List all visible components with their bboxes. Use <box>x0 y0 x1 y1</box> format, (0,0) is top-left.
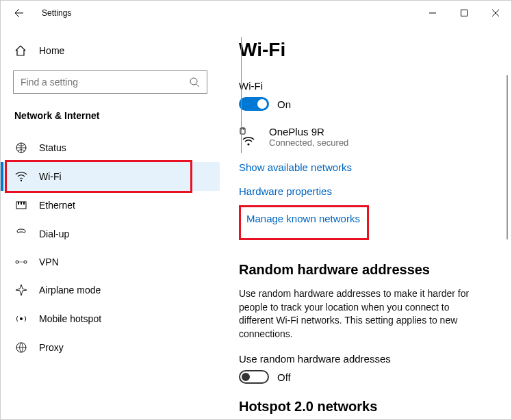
show-available-link[interactable]: Show available networks <box>239 157 487 177</box>
nav-label: Dial-up <box>39 228 69 239</box>
search-icon <box>190 77 200 88</box>
home-icon <box>14 44 28 57</box>
wifi-toggle[interactable] <box>239 97 269 111</box>
svg-point-4 <box>190 78 197 85</box>
ethernet-icon <box>14 199 28 211</box>
sidebar-item-dialup[interactable]: Dial-up <box>1 220 220 248</box>
sidebar-item-wifi[interactable]: Wi-Fi <box>1 162 220 191</box>
wifi-toggle-label: Wi-Fi <box>239 80 487 92</box>
back-button[interactable] <box>13 8 29 18</box>
random-toggle-label: Use random hardware addresses <box>239 353 487 365</box>
random-heading: Random hardware addresses <box>239 262 487 278</box>
random-toggle-state: Off <box>277 371 291 383</box>
svg-point-18 <box>247 143 249 145</box>
nav-label: Proxy <box>39 342 64 353</box>
current-network[interactable]: OnePlus 9R Connected, secured <box>239 126 487 148</box>
vpn-icon <box>14 257 28 267</box>
airplane-icon <box>14 284 28 296</box>
svg-rect-9 <box>18 202 19 205</box>
nav-label: Mobile hotspot <box>39 313 101 324</box>
sidebar-item-ethernet[interactable]: Ethernet <box>1 191 220 220</box>
svg-rect-10 <box>21 202 22 205</box>
close-button[interactable] <box>480 2 511 24</box>
nav-label: VPN <box>39 257 59 267</box>
secured-wifi-icon <box>239 127 258 146</box>
nav-label: Ethernet <box>39 200 75 211</box>
proxy-icon <box>14 341 28 354</box>
svg-line-5 <box>196 84 199 87</box>
minimize-button[interactable] <box>417 2 448 24</box>
sidebar-item-proxy[interactable]: Proxy <box>1 333 220 362</box>
home-nav[interactable]: Home <box>1 39 220 62</box>
nav-label: Status <box>39 142 66 153</box>
svg-point-7 <box>21 180 22 181</box>
hardware-properties-link[interactable]: Hardware properties <box>239 181 487 201</box>
svg-point-12 <box>16 261 18 263</box>
sidebar-item-vpn[interactable]: VPN <box>1 248 220 276</box>
sidebar-item-hotspot[interactable]: Mobile hotspot <box>1 304 220 333</box>
sidebar-item-airplane[interactable]: Airplane mode <box>1 276 220 304</box>
random-hw-toggle[interactable] <box>239 370 269 384</box>
category-heading: Network & Internet <box>1 110 220 133</box>
nav-label: Wi-Fi <box>39 171 62 182</box>
scrollbar[interactable] <box>507 75 508 239</box>
wifi-toggle-state: On <box>277 99 291 110</box>
annotation-highlight <box>5 160 192 193</box>
hotspot-heading: Hotspot 2.0 networks <box>239 399 487 415</box>
network-status: Connected, secured <box>269 137 348 148</box>
svg-rect-11 <box>23 202 25 205</box>
svg-rect-1 <box>461 10 468 16</box>
dialup-icon <box>14 228 28 240</box>
manage-known-networks-link[interactable]: Manage known networks <box>246 209 360 228</box>
search-input-container[interactable] <box>13 70 207 94</box>
status-icon <box>14 142 28 154</box>
annotation-highlight: Manage known networks <box>239 205 369 240</box>
sidebar-item-status[interactable]: Status <box>1 133 220 162</box>
window-title: Settings <box>42 8 417 18</box>
svg-point-13 <box>24 261 27 263</box>
nav-label: Airplane mode <box>39 285 101 296</box>
home-label: Home <box>39 45 64 56</box>
sidebar: Home Network & Internet Status Wi-Fi <box>1 25 220 420</box>
wifi-icon <box>14 170 28 183</box>
network-name: OnePlus 9R <box>269 126 348 137</box>
main-content: Wi-Fi Wi-Fi On OnePlus 9R Connected, sec… <box>220 25 511 420</box>
page-title: Wi-Fi <box>239 39 487 61</box>
search-input[interactable] <box>21 77 190 88</box>
titlebar: Settings <box>1 1 511 25</box>
svg-point-15 <box>20 317 23 320</box>
content-divider <box>241 37 242 153</box>
random-description: Use random hardware addresses to make it… <box>239 287 472 341</box>
maximize-button[interactable] <box>448 2 480 24</box>
hotspot-icon <box>14 313 28 325</box>
